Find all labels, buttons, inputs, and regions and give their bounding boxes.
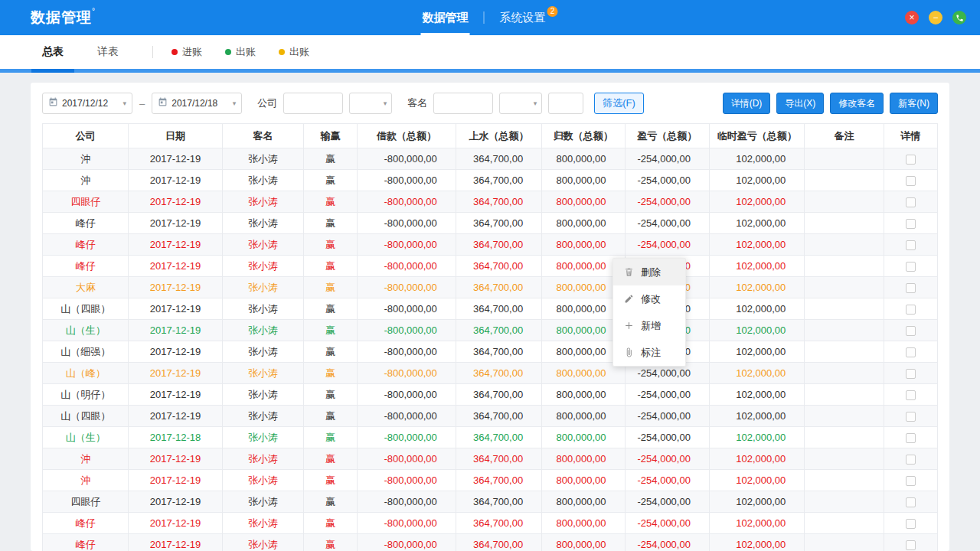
cell-company: 沖 [43,148,129,170]
filter-button[interactable]: 筛选(F) [594,93,644,114]
detail-checkbox[interactable] [906,540,916,550]
cell-detail [884,534,937,551]
new-customer-button[interactable]: 新客(N) [890,93,938,114]
detail-checkbox[interactable] [906,155,916,165]
calendar-icon [158,97,168,109]
cell-detail [884,341,937,363]
tab-summary[interactable]: 总表 [42,35,64,69]
table-row[interactable]: 峰仔2017-12-19张小涛赢-800,000,00364,700,00800… [43,234,938,256]
cell-detail [884,448,937,470]
table-row[interactable]: 四眼仔2017-12-19张小涛赢-800,000,00364,700,0080… [43,491,938,513]
cell-water-total: 364,700,00 [456,513,541,534]
table-row[interactable]: 峰仔2017-12-19张小涛赢-800,000,00364,700,00800… [43,213,938,234]
detail-checkbox[interactable] [906,412,916,422]
menu-item-add[interactable]: 新增 [613,312,685,339]
cell-date: 2017-12-19 [129,191,222,213]
table-row[interactable]: 山（明仔）2017-12-19张小涛赢-800,000,00364,700,00… [43,384,938,406]
col-date: 日期 [129,124,222,148]
company-input[interactable] [283,93,343,114]
nav-item-system-settings[interactable]: 系统设置 2 [498,0,560,35]
cell-temp-profit-total: 102,000,00 [709,406,804,427]
cell-remark [805,191,884,213]
table-row[interactable]: 山（四眼）2017-12-19张小涛赢-800,000,00364,700,00… [43,406,938,427]
cell-temp-profit-total: 102,000,00 [709,170,804,191]
cell-water-total: 364,700,00 [456,277,541,298]
detail-checkbox[interactable] [906,326,916,336]
table-row[interactable]: 沖2017-12-19张小涛赢-800,000,00364,700,00800,… [43,448,938,470]
detail-button[interactable]: 详情(D) [723,93,771,114]
detail-checkbox[interactable] [906,390,916,400]
detail-checkbox[interactable] [906,369,916,379]
customer-input[interactable] [433,93,493,114]
cell-customer: 张小涛 [222,491,303,513]
cell-water-total: 364,700,00 [456,191,541,213]
cell-result: 赢 [304,363,358,384]
table-row[interactable]: 峰仔2017-12-19张小涛赢-800,000,00364,700,00800… [43,256,938,277]
date-from-picker[interactable]: 2017/12/12 ▾ [42,93,132,114]
export-button[interactable]: 导出(X) [776,93,824,114]
table-row[interactable]: 峰仔2017-12-19张小涛赢-800,000,00364,700,00800… [43,513,938,534]
close-icon[interactable]: × [905,11,919,24]
topbar: 数据管理° 数据管理 系统设置 2 × − [0,0,980,35]
cell-remark [805,513,884,534]
detail-checkbox[interactable] [906,219,916,229]
cell-detail [884,298,937,320]
table-row[interactable]: 山（细强）2017-12-19张小涛赢-800,000,00364,700,00… [43,341,938,363]
detail-checkbox[interactable] [906,497,916,507]
minimize-icon[interactable]: − [929,11,942,24]
table-row[interactable]: 山（四眼）2017-12-19张小涛赢-800,000,00364,700,00… [43,298,938,320]
table-row[interactable]: 山（生）2017-12-19张小涛赢-800,000,00364,700,008… [43,320,938,341]
cell-customer: 张小涛 [222,448,303,470]
nav-item-data-management[interactable]: 数据管理 [421,0,470,35]
detail-checkbox[interactable] [906,197,916,207]
col-remark: 备注 [805,124,884,148]
legend-label: 出账 [236,45,256,59]
table-row[interactable]: 山（峰）2017-12-19张小涛赢-800,000,00364,700,008… [43,363,938,384]
rename-customer-button[interactable]: 修改客名 [830,93,884,114]
detail-checkbox[interactable] [906,433,916,443]
company-select[interactable]: ▾ [349,93,392,114]
detail-checkbox[interactable] [906,240,916,250]
col-return-total: 归数（总额） [542,124,625,148]
table-row[interactable]: 沖2017-12-19张小涛赢-800,000,00364,700,00800,… [43,170,938,191]
cell-customer: 张小涛 [222,277,303,298]
date-to-picker[interactable]: 2017/12/18 ▾ [152,93,242,114]
table-row[interactable]: 沖2017-12-19张小涛赢-800,000,00364,700,00800,… [43,470,938,491]
detail-checkbox[interactable] [906,262,916,272]
menu-label: 修改 [641,292,661,306]
cell-temp-profit-total: 102,000,00 [709,363,804,384]
table-row[interactable]: 峰仔2017-12-19张小涛赢-800,000,00364,700,00800… [43,534,938,551]
table-row[interactable]: 沖2017-12-19张小涛赢-800,000,00364,700,00800,… [43,148,938,170]
cell-water-total: 364,700,00 [456,491,541,513]
menu-item-edit[interactable]: 修改 [613,285,685,312]
table-row[interactable]: 四眼仔2017-12-19张小涛赢-800,000,00364,700,0080… [43,191,938,213]
cell-return-total: 800,000,00 [542,191,625,213]
tab-detail[interactable]: 详表 [97,35,119,69]
menu-item-delete[interactable]: 删除 [613,259,685,285]
detail-checkbox[interactable] [906,519,916,529]
plus-icon [623,321,634,331]
cell-result: 赢 [304,213,358,234]
cell-result: 赢 [304,491,358,513]
customer-select[interactable]: ▾ [499,93,542,114]
detail-checkbox[interactable] [906,283,916,293]
cell-customer: 张小涛 [222,341,303,363]
table-row[interactable]: 大麻2017-12-19张小涛赢-800,000,00364,700,00800… [43,277,938,298]
cell-return-total: 800,000,00 [542,491,625,513]
menu-item-annotate[interactable]: 标注 [613,339,685,366]
cell-date: 2017-12-19 [129,448,222,470]
detail-checkbox[interactable] [906,305,916,315]
context-menu: 删除 修改 新增 标注 [612,258,686,367]
cell-loan-total: -800,000,00 [358,406,456,427]
extra-filter-input[interactable] [548,93,583,114]
chat-phone-icon[interactable] [952,11,966,24]
detail-checkbox[interactable] [906,176,916,186]
table-row[interactable]: 山（生）2017-12-18张小涛赢-800,000,00364,700,008… [43,427,938,448]
detail-checkbox[interactable] [906,347,916,357]
cell-return-total: 800,000,00 [542,213,625,234]
detail-checkbox[interactable] [906,455,916,465]
cell-temp-profit-total: 102,000,00 [709,234,804,256]
cell-remark [805,341,884,363]
cell-temp-profit-total: 102,000,00 [709,277,804,298]
detail-checkbox[interactable] [906,476,916,486]
